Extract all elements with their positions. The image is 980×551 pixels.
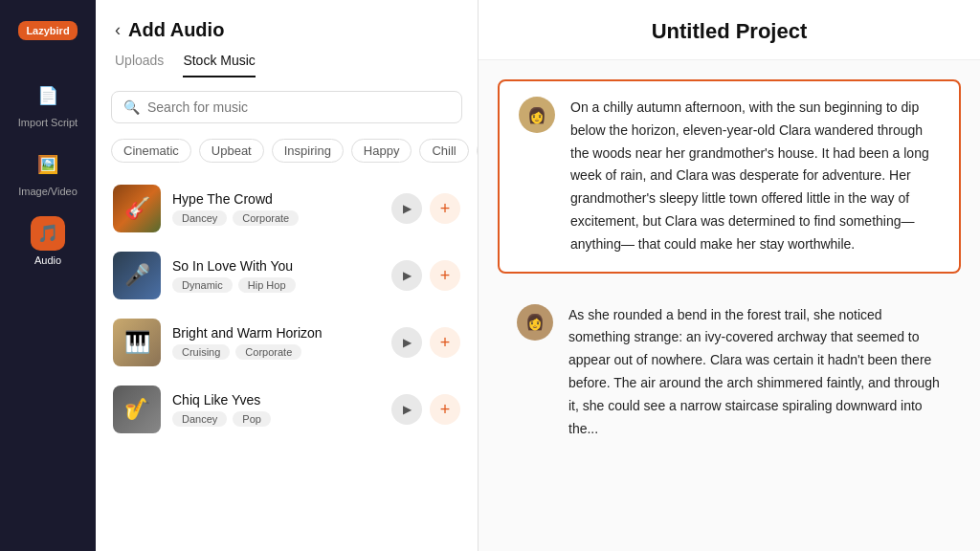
search-icon: 🔍 bbox=[123, 99, 140, 115]
track-name: Chiq Like Yves bbox=[172, 392, 380, 408]
story-content: 👩 On a chilly autumn afternoon, with the… bbox=[479, 60, 980, 551]
tag: Corporate bbox=[233, 210, 299, 226]
sidebar-item-audio-label: Audio bbox=[34, 254, 61, 266]
image-video-icon: 🖼️ bbox=[31, 147, 65, 182]
main-content-area: Untitled Project 👩 On a chilly autumn af… bbox=[479, 0, 980, 551]
import-script-icon: 📄 bbox=[31, 78, 65, 113]
track-actions: ▶ + bbox=[391, 394, 460, 425]
chip-happy[interactable]: Happy bbox=[351, 139, 412, 163]
add-track-button[interactable]: + bbox=[430, 260, 460, 291]
play-button[interactable]: ▶ bbox=[391, 394, 422, 425]
sidebar-item-import-script-label: Import Script bbox=[18, 117, 78, 128]
story-text: As she rounded a bend in the forest trai… bbox=[568, 304, 942, 441]
track-actions: ▶ + bbox=[391, 260, 460, 291]
panel-tabs: Uploads Stock Music bbox=[96, 41, 478, 77]
chip-chill[interactable]: Chill bbox=[419, 139, 468, 163]
tag: Dancey bbox=[172, 210, 227, 226]
logo-text: Lazybird bbox=[18, 21, 77, 40]
track-tags: Dancey Corporate bbox=[172, 210, 380, 226]
avatar: 👩 bbox=[519, 97, 555, 133]
sidebar-item-image-video[interactable]: 🖼️ Image/Video bbox=[0, 138, 96, 207]
tab-stock-music[interactable]: Stock Music bbox=[183, 53, 255, 77]
story-block-highlighted: 👩 On a chilly autumn afternoon, with the… bbox=[498, 79, 961, 274]
track-thumbnail: 🎹 bbox=[113, 319, 161, 366]
story-block-normal: 👩 As she rounded a bend in the forest tr… bbox=[498, 289, 961, 456]
project-title: Untitled Project bbox=[507, 19, 951, 44]
track-name: So In Love With You bbox=[172, 258, 380, 274]
add-track-button[interactable]: + bbox=[430, 193, 460, 224]
track-name: Hype The Crowd bbox=[172, 191, 380, 207]
back-button[interactable]: ‹ bbox=[115, 20, 121, 40]
search-input[interactable] bbox=[147, 99, 450, 115]
sidebar-item-import-script[interactable]: 📄 Import Script bbox=[0, 69, 96, 138]
tag: Dynamic bbox=[172, 277, 233, 293]
panel-header: ‹ Add Audio bbox=[96, 0, 478, 41]
add-track-button[interactable]: + bbox=[430, 327, 460, 358]
tag: Corporate bbox=[235, 344, 301, 360]
track-thumbnail: 🎸 bbox=[113, 185, 161, 232]
add-track-button[interactable]: + bbox=[430, 394, 460, 425]
tag: Pop bbox=[233, 411, 271, 427]
track-info: Chiq Like Yves Dancey Pop bbox=[172, 392, 380, 427]
audio-icon: 🎵 bbox=[31, 216, 65, 251]
track-item[interactable]: 🎸 Hype The Crowd Dancey Corporate ▶ + bbox=[103, 175, 470, 242]
sidebar: Lazybird 📄 Import Script 🖼️ Image/Video … bbox=[0, 0, 96, 551]
main-header: Untitled Project bbox=[479, 0, 980, 60]
add-audio-panel: ‹ Add Audio Uploads Stock Music 🔍 Cinema… bbox=[96, 0, 479, 551]
track-item[interactable]: 🎹 Bright and Warm Horizon Cruising Corpo… bbox=[103, 309, 470, 376]
app-logo: Lazybird bbox=[14, 11, 81, 50]
play-button[interactable]: ▶ bbox=[391, 193, 422, 224]
track-info: So In Love With You Dynamic Hip Hop bbox=[172, 258, 380, 293]
chip-inspiring[interactable]: Inspiring bbox=[272, 139, 344, 163]
avatar: 👩 bbox=[517, 304, 553, 341]
sidebar-item-image-video-label: Image/Video bbox=[18, 186, 78, 197]
track-info: Hype The Crowd Dancey Corporate bbox=[172, 191, 380, 226]
track-item[interactable]: 🎷 Chiq Like Yves Dancey Pop ▶ + bbox=[103, 376, 470, 443]
panel-title: Add Audio bbox=[128, 19, 224, 41]
tab-uploads[interactable]: Uploads bbox=[115, 53, 164, 77]
chip-cinematic[interactable]: Cinematic bbox=[111, 139, 191, 163]
filter-chips: Cinematic Upbeat Inspiring Happy Chill H… bbox=[96, 137, 478, 175]
track-thumbnail: 🎤 bbox=[113, 252, 161, 299]
track-tags: Cruising Corporate bbox=[172, 344, 380, 360]
tag: Hip Hop bbox=[238, 277, 296, 293]
chip-hiphop[interactable]: Hip Hop bbox=[477, 139, 478, 163]
track-list: 🎸 Hype The Crowd Dancey Corporate ▶ + 🎤 … bbox=[96, 175, 478, 551]
track-tags: Dynamic Hip Hop bbox=[172, 277, 380, 293]
track-info: Bright and Warm Horizon Cruising Corpora… bbox=[172, 325, 380, 360]
story-text: On a chilly autumn afternoon, with the s… bbox=[570, 97, 940, 256]
track-actions: ▶ + bbox=[391, 327, 460, 358]
play-button[interactable]: ▶ bbox=[391, 327, 422, 358]
track-item[interactable]: 🎤 So In Love With You Dynamic Hip Hop ▶ … bbox=[103, 242, 470, 309]
track-tags: Dancey Pop bbox=[172, 411, 380, 427]
search-container: 🔍 bbox=[111, 91, 462, 123]
tag: Cruising bbox=[172, 344, 230, 360]
play-button[interactable]: ▶ bbox=[391, 260, 422, 291]
track-thumbnail: 🎷 bbox=[113, 386, 161, 433]
chip-upbeat[interactable]: Upbeat bbox=[199, 139, 264, 163]
sidebar-item-audio[interactable]: 🎵 Audio bbox=[0, 207, 96, 276]
track-actions: ▶ + bbox=[391, 193, 460, 224]
track-name: Bright and Warm Horizon bbox=[172, 325, 380, 341]
tag: Dancey bbox=[172, 411, 227, 427]
